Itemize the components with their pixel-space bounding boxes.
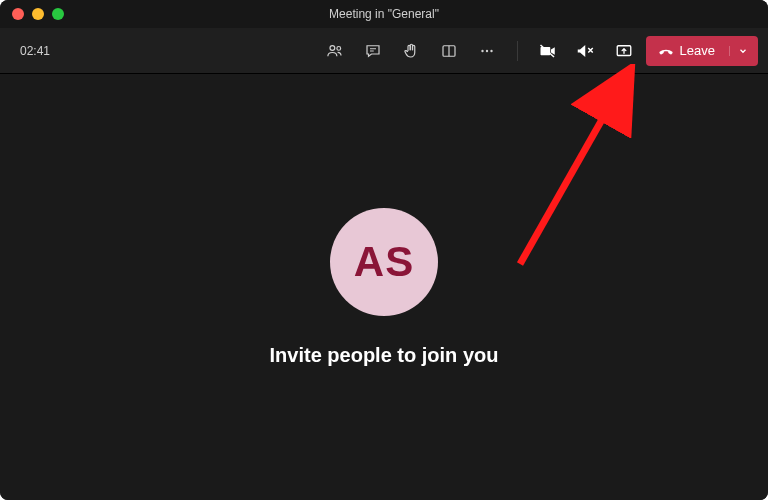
raise-hand-icon[interactable]	[399, 39, 423, 63]
more-options-icon[interactable]	[475, 39, 499, 63]
leave-chevron[interactable]	[729, 46, 748, 56]
toolbar-icons	[323, 39, 636, 63]
meeting-window: Meeting in "General" 02:41	[0, 0, 768, 500]
meeting-stage: AS Invite people to join you	[0, 74, 768, 500]
leave-main[interactable]: Leave	[658, 43, 715, 59]
svg-point-5	[490, 49, 492, 51]
minimize-window-button[interactable]	[32, 8, 44, 20]
chevron-down-icon	[738, 46, 748, 56]
mic-muted-icon[interactable]	[574, 39, 598, 63]
user-avatar: AS	[330, 208, 438, 316]
window-controls	[12, 8, 64, 20]
camera-off-icon[interactable]	[536, 39, 560, 63]
chat-icon[interactable]	[361, 39, 385, 63]
svg-point-0	[330, 45, 335, 50]
rooms-icon[interactable]	[437, 39, 461, 63]
leave-button[interactable]: Leave	[646, 36, 758, 66]
titlebar: Meeting in "General"	[0, 0, 768, 28]
invite-prompt: Invite people to join you	[270, 344, 499, 367]
leave-label: Leave	[680, 43, 715, 58]
meeting-timer: 02:41	[20, 44, 50, 58]
meeting-toolbar: 02:41	[0, 28, 768, 74]
svg-point-1	[336, 46, 340, 50]
svg-point-3	[481, 49, 483, 51]
svg-line-9	[520, 79, 625, 264]
annotation-arrow	[500, 64, 670, 284]
svg-point-4	[485, 49, 487, 51]
toolbar-separator	[517, 41, 518, 61]
share-screen-icon[interactable]	[612, 39, 636, 63]
avatar-initials: AS	[354, 238, 414, 286]
maximize-window-button[interactable]	[52, 8, 64, 20]
hangup-icon	[658, 43, 674, 59]
window-title: Meeting in "General"	[0, 7, 768, 21]
close-window-button[interactable]	[12, 8, 24, 20]
participants-icon[interactable]	[323, 39, 347, 63]
